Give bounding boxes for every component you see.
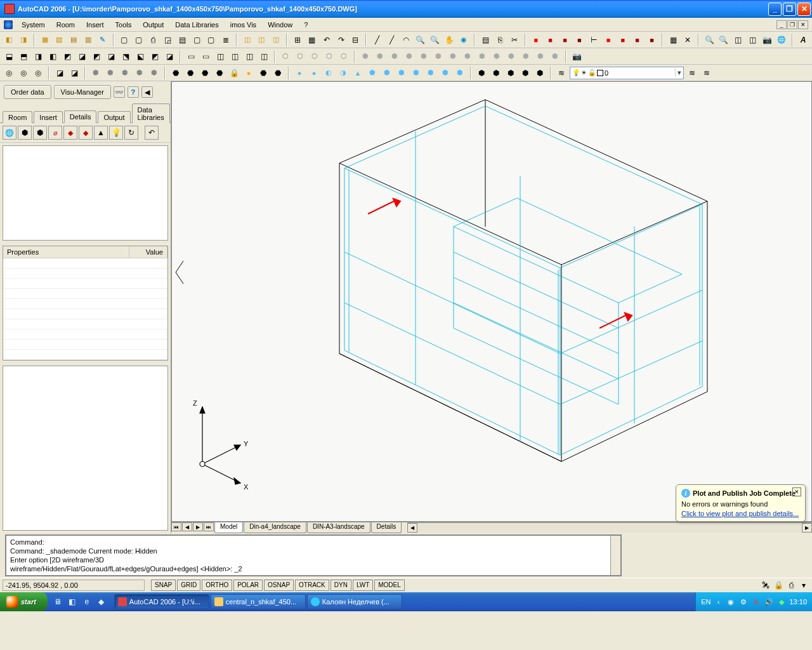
status-snap[interactable]: SNAP [151,580,176,591]
tb-cyl6[interactable]: ⬢ [432,50,445,63]
tb-room[interactable]: ▤ [67,34,80,46]
sp-t10[interactable]: ↶ [145,126,159,140]
tb-preview[interactable]: ◲ [161,34,174,46]
tray-i3[interactable]: K [751,597,761,607]
side-tab-details[interactable]: Details [64,110,97,123]
status-grid[interactable]: GRID [177,580,200,591]
tb-cyl12[interactable]: ⬢ [520,50,532,63]
tb-view8[interactable]: ◪ [105,50,117,63]
tb-r3-4[interactable]: ◪ [53,67,66,79]
tb-shade5[interactable]: ▲ [351,67,364,79]
tb-dim[interactable]: ⊞ [291,34,304,46]
sp-t8[interactable]: 💡 [109,126,123,140]
tb-zoom[interactable]: 🔍 [414,34,427,46]
tb-view9[interactable]: ⬔ [119,50,132,63]
tb-3d-box2[interactable]: ⬡ [294,50,306,63]
tb-cyl5[interactable]: ⬢ [417,50,430,63]
tb-color-r3[interactable]: ■ [559,34,572,46]
tb-view7[interactable]: ◩ [90,50,103,63]
tb-3d-box3[interactable]: ⬡ [308,50,321,63]
tb-color-r5[interactable]: ■ [602,34,615,46]
tray-comm-icon[interactable]: 🛰 [760,580,771,591]
tb-cyl9[interactable]: ⬢ [476,50,488,63]
tb-box-c[interactable]: ◫ [270,34,282,46]
tb-cyl3[interactable]: ⬢ [388,50,401,63]
tb-rect2[interactable]: ▭ [199,50,212,63]
tb-edit[interactable]: ▢ [205,34,218,46]
status-lwt[interactable]: LWT [353,580,373,591]
layout-next[interactable]: ▶ [193,522,203,531]
tb-box-iso[interactable]: ◫ [732,34,745,46]
tray-i5[interactable]: ◆ [776,597,787,607]
tb-shade7[interactable]: ⬢ [381,67,393,79]
tb-shade8[interactable]: ⬢ [395,67,408,79]
doc-minimize[interactable]: _ [776,20,787,29]
tb-view2[interactable]: ⬒ [17,50,30,63]
ql-ie-icon[interactable]: e [81,595,93,609]
tray-tray-icon[interactable]: ▾ [798,580,809,591]
tb-orbit[interactable]: ◉ [457,34,470,46]
tb-3d-box1[interactable]: ⬡ [279,50,292,63]
tb-image[interactable]: ▦ [667,34,679,46]
tb-view4[interactable]: ◧ [46,50,59,63]
tb-box-b[interactable]: ◫ [256,34,268,46]
tb-cyl14[interactable]: ⬢ [549,50,561,63]
tb-cyl13[interactable]: ⬢ [534,50,547,63]
tb-cyl4[interactable]: ⬢ [403,50,416,63]
tb-save[interactable]: ▦ [39,34,51,46]
tray-i2[interactable]: ⚙ [738,597,749,607]
tb-misc5[interactable]: ⬢ [534,67,546,79]
tb-r3-11[interactable]: ⬣ [169,67,182,79]
tb-line[interactable]: ╱ [370,34,383,46]
tb-dim-h[interactable]: ⊢ [587,34,600,46]
tb-shade2[interactable]: ● [308,67,320,79]
visu-manager-button[interactable]: Visu-Manager [54,85,111,99]
tb-cyl11[interactable]: ⬢ [505,50,518,63]
tb-r3-8[interactable]: ⬢ [119,67,131,79]
tb-shade1[interactable]: ● [293,67,306,79]
tb-color-r4[interactable]: ■ [573,34,586,46]
tb-r3-7[interactable]: ⬢ [104,67,117,79]
tb-layerprops[interactable]: ≋ [686,67,698,79]
ql-desktop-icon[interactable]: 🖥 [51,595,64,609]
tb-misc2[interactable]: ⬢ [490,67,502,79]
tb-r3-9[interactable]: ⬢ [133,67,146,79]
tb-view12[interactable]: ◪ [163,50,176,63]
tb-shade12[interactable]: ⬢ [454,67,466,79]
side-tab-datalibs[interactable]: Data Libraries [132,103,170,123]
tb-color-r2[interactable]: ■ [544,34,557,46]
tb-col[interactable]: ▤ [479,34,492,46]
layout-tab-a3[interactable]: DIN-A3-landscape [307,522,370,533]
glasses-icon[interactable]: 👓 [114,86,125,98]
tb-box-iso2[interactable]: ◫ [747,34,759,46]
tray-i1[interactable]: ◉ [726,597,736,607]
layer-combo[interactable]: 💡 ☀ 🔓 0 ▾ [570,67,684,79]
tb-r3-3[interactable]: ◎ [32,67,44,79]
menu-tools[interactable]: Tools [110,20,137,30]
tb-color-r7[interactable]: ■ [631,34,644,46]
tb-pan[interactable]: ✋ [443,34,456,46]
tb-r3-17[interactable]: ⬣ [257,67,270,79]
menu-imos-vis[interactable]: imos Vis [225,20,261,30]
tb-copy[interactable]: ⎘ [494,34,506,46]
tray-expand-icon[interactable]: ‹ [713,597,723,607]
sp-t3[interactable]: ⬢ [33,126,47,140]
tb-r3-16[interactable]: ● [242,67,255,79]
tb-misc4[interactable]: ⬢ [519,67,532,79]
ql-app2-icon[interactable]: ◆ [95,595,108,609]
tb-hatch[interactable]: ▦ [306,34,318,46]
drawing-canvas[interactable]: Z Y X [171,81,812,522]
tb-shade3[interactable]: ◐ [322,67,335,79]
task-folder[interactable]: central_n_shkaf_450... [211,594,306,609]
popup-link[interactable]: Click to view plot and publish details..… [681,510,800,517]
tb-cut[interactable]: ✂ [508,34,521,46]
popup-close[interactable]: ✕ [792,488,801,496]
side-tab-room[interactable]: Room [3,111,32,123]
tb-r3-18[interactable]: ⬣ [272,67,284,79]
hscroll-right[interactable]: ▶ [802,523,812,533]
tb-color-r[interactable]: ■ [530,34,542,46]
hscroll-left[interactable]: ◀ [407,523,417,533]
tb-draw-box2[interactable]: ◫ [228,50,241,63]
task-skype[interactable]: Калоян Неделчев (... [307,594,402,609]
tb-layermatch[interactable]: ≋ [700,67,713,79]
